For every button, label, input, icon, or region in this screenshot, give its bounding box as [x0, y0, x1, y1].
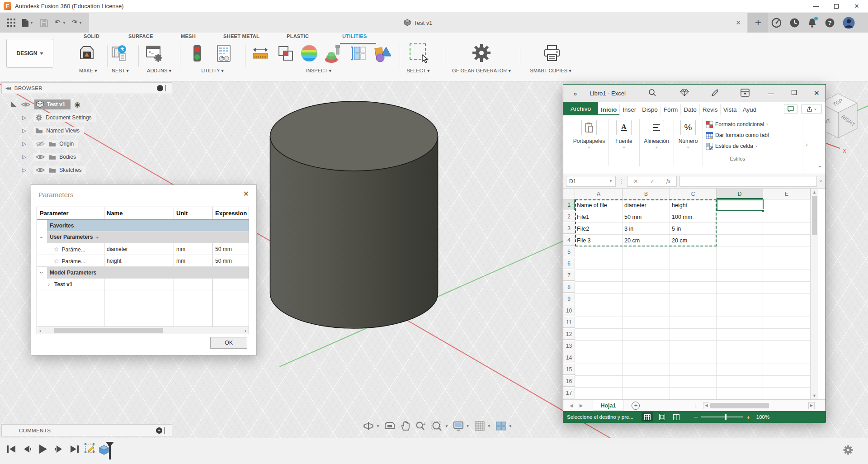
- nest-icon[interactable]: [110, 44, 129, 64]
- model-item-row[interactable]: ›Test v1: [37, 279, 249, 290]
- cell-A5[interactable]: [575, 246, 623, 258]
- cell-B13[interactable]: [623, 341, 670, 352]
- row-header-9[interactable]: 9: [563, 294, 575, 304]
- scroll-right-icon[interactable]: ›: [245, 328, 246, 333]
- cell-A3[interactable]: File2: [575, 223, 623, 235]
- document-tab-close-icon[interactable]: ✕: [736, 19, 741, 26]
- cell-A15[interactable]: [575, 364, 623, 376]
- row-header-2[interactable]: 2: [563, 211, 575, 222]
- cell-C13[interactable]: [670, 341, 717, 352]
- conditional-format-item[interactable]: Formato condicional˅: [706, 119, 769, 130]
- group-label-gear-generator[interactable]: GF GEAR GENERATOR ▾: [450, 68, 513, 74]
- workspace-selector[interactable]: DESIGN: [6, 39, 53, 68]
- timeline-step-forward-icon[interactable]: [54, 445, 63, 455]
- cell-B9[interactable]: [623, 294, 670, 305]
- zoom-out-icon[interactable]: −: [694, 413, 698, 421]
- row-header-17[interactable]: 17: [563, 388, 575, 398]
- timeline-play-icon[interactable]: [38, 444, 48, 456]
- row-header-11[interactable]: 11: [563, 317, 575, 328]
- group-label-nest[interactable]: NEST ▾: [106, 68, 135, 74]
- cell-C16[interactable]: [670, 376, 717, 388]
- cell-A16[interactable]: [575, 376, 623, 388]
- new-sheet-icon[interactable]: +: [632, 402, 640, 410]
- tab-surface[interactable]: SURFACE: [128, 33, 153, 39]
- hscroll-left-icon[interactable]: ◀: [703, 402, 709, 409]
- new-document-tab-button[interactable]: +: [748, 13, 768, 33]
- group-alineacion[interactable]: Alineación˅: [641, 120, 672, 150]
- undo-icon[interactable]: ▼: [54, 17, 66, 28]
- browser-item-named-views[interactable]: ▷ Named Views: [1, 125, 172, 136]
- cell-A1[interactable]: Name of file: [575, 199, 623, 211]
- cell-C7[interactable]: [670, 270, 717, 282]
- cancel-entry-icon[interactable]: ✕: [633, 178, 638, 185]
- cell-D9[interactable]: [717, 294, 763, 305]
- curvature-analysis-icon[interactable]: [301, 45, 317, 62]
- formula-grip[interactable]: ⋮: [618, 178, 624, 185]
- zoom-slider-thumb[interactable]: [725, 414, 726, 420]
- cell-A13[interactable]: [575, 341, 623, 352]
- cell-C2[interactable]: 100 mm: [670, 211, 717, 223]
- cell-A7[interactable]: [575, 270, 623, 282]
- cell-B5[interactable]: [623, 246, 670, 258]
- tab-ayuda[interactable]: Ayud: [740, 104, 760, 115]
- zoom-icon[interactable]: ±: [415, 421, 426, 431]
- tab-mesh[interactable]: MESH: [181, 33, 196, 39]
- expand-arrow-icon[interactable]: ▷: [22, 141, 26, 147]
- cell-E3[interactable]: [763, 223, 811, 235]
- display-settings-icon[interactable]: ▼: [453, 421, 470, 431]
- active-cell-selection[interactable]: [717, 199, 764, 211]
- cell-E4[interactable]: [763, 235, 811, 246]
- cell-B15[interactable]: [623, 364, 670, 376]
- select-all-corner[interactable]: [563, 189, 575, 199]
- ribbon-scroll-right[interactable]: ›: [803, 115, 810, 174]
- row-header-6[interactable]: 6: [563, 258, 575, 269]
- cell-D3[interactable]: [717, 223, 763, 235]
- diamond-icon[interactable]: [680, 89, 689, 98]
- collapse-ribbon-icon[interactable]: ⌃: [818, 165, 822, 171]
- collapse-panel-icon[interactable]: ◀◀: [5, 86, 10, 90]
- visibility-eye-icon[interactable]: [21, 101, 31, 108]
- cell-D14[interactable]: [717, 352, 763, 364]
- select-icon[interactable]: [410, 43, 426, 60]
- file-menu-icon[interactable]: ▼: [22, 17, 33, 28]
- favorite-star-icon[interactable]: ☆: [53, 257, 59, 265]
- collapse-chevron-icon[interactable]: ›: [38, 270, 45, 275]
- zoom-in-icon[interactable]: +: [746, 414, 750, 421]
- gear-generator-icon[interactable]: [471, 43, 492, 65]
- cell-D8[interactable]: [717, 282, 763, 294]
- cell-D4[interactable]: [717, 235, 763, 246]
- cell-D7[interactable]: [717, 270, 763, 282]
- cell-A8[interactable]: [575, 282, 623, 294]
- qat-overflow-icon[interactable]: »: [573, 90, 577, 97]
- cell-D6[interactable]: [717, 258, 763, 270]
- cell-A12[interactable]: [575, 329, 623, 341]
- column-header-C[interactable]: C: [670, 189, 717, 199]
- pen-sparkle-icon[interactable]: [711, 88, 720, 99]
- cell-B12[interactable]: [623, 329, 670, 341]
- group-portapapeles[interactable]: Portapapeles˅: [571, 120, 607, 150]
- cell-A10[interactable]: [575, 305, 623, 317]
- activate-radio-icon[interactable]: ◉: [74, 100, 80, 109]
- cell-B8[interactable]: [623, 282, 670, 294]
- row-header-13[interactable]: 13: [563, 341, 575, 351]
- cell-D15[interactable]: [717, 364, 763, 376]
- interference-icon[interactable]: [277, 44, 295, 64]
- draft-analysis-icon[interactable]: [324, 44, 344, 65]
- row-header-8[interactable]: 8: [563, 282, 575, 293]
- page-layout-view-icon[interactable]: [656, 412, 668, 421]
- app-grid-icon[interactable]: [5, 17, 17, 28]
- tab-disposicion[interactable]: Dispo: [639, 104, 661, 115]
- cell-B10[interactable]: [623, 305, 670, 317]
- tab-revisar[interactable]: Revis: [700, 104, 721, 115]
- zoom-slider[interactable]: [701, 417, 743, 417]
- cell-A9[interactable]: [575, 294, 623, 305]
- add-parameter-icon[interactable]: ＋: [94, 234, 100, 240]
- extensions-icon[interactable]: [771, 18, 782, 30]
- confirm-entry-icon[interactable]: ✓: [650, 178, 655, 185]
- favorite-star-icon[interactable]: ☆: [53, 246, 59, 253]
- browser-item-bodies[interactable]: ▷ Bodies: [1, 151, 172, 162]
- cell-B16[interactable]: [623, 376, 670, 388]
- timeline-settings-gear-icon[interactable]: [843, 445, 854, 457]
- panel-grip[interactable]: [165, 85, 166, 91]
- cell-C10[interactable]: [670, 305, 717, 317]
